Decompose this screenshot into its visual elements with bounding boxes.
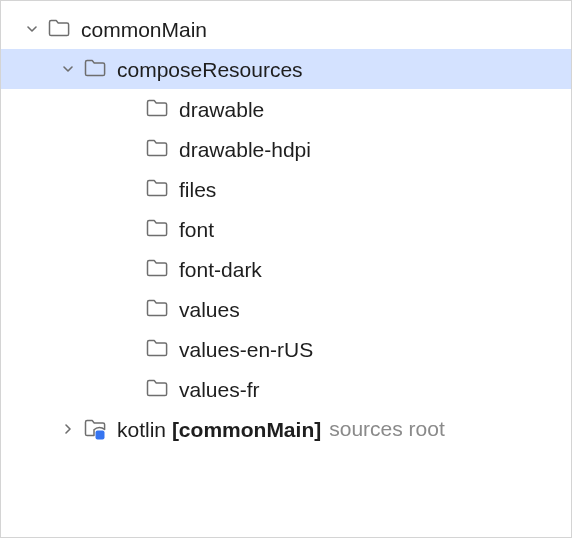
tree-node-files[interactable]: files xyxy=(1,169,571,209)
tree-node-values-fr[interactable]: values-fr xyxy=(1,369,571,409)
tree-node-values[interactable]: values xyxy=(1,289,571,329)
tree-node-values-en-rus[interactable]: values-en-rUS xyxy=(1,329,571,369)
folder-icon xyxy=(145,177,169,201)
tree-node-label: values xyxy=(179,299,240,320)
folder-icon xyxy=(83,57,107,81)
tree-node-label: font-dark xyxy=(179,259,262,280)
source-folder-icon xyxy=(83,417,107,441)
tree-node-label: commonMain xyxy=(81,19,207,40)
folder-icon xyxy=(145,257,169,281)
folder-icon xyxy=(145,297,169,321)
folder-icon xyxy=(47,17,71,41)
tree-node-label: drawable xyxy=(179,99,264,120)
chevron-down-icon[interactable] xyxy=(21,18,43,40)
tree-node-label: composeResources xyxy=(117,59,303,80)
tree-node-drawable[interactable]: drawable xyxy=(1,89,571,129)
tree-node-kotlin[interactable]: kotlin [commonMain]sources root xyxy=(1,409,571,449)
folder-icon xyxy=(145,377,169,401)
folder-icon xyxy=(145,137,169,161)
tree-node-font[interactable]: font xyxy=(1,209,571,249)
chevron-right-icon[interactable] xyxy=(57,418,79,440)
project-tree: commonMaincomposeResourcesdrawabledrawab… xyxy=(1,1,571,461)
tree-node-label: values-fr xyxy=(179,379,260,400)
folder-icon xyxy=(145,337,169,361)
tree-node-drawable-hdpi[interactable]: drawable-hdpi xyxy=(1,129,571,169)
tree-node-label: kotlin [commonMain] xyxy=(117,419,321,440)
tree-node-label: values-en-rUS xyxy=(179,339,313,360)
tree-node-label: drawable-hdpi xyxy=(179,139,311,160)
folder-icon xyxy=(145,97,169,121)
tree-node-commonmain[interactable]: commonMain xyxy=(1,9,571,49)
tree-node-label: files xyxy=(179,179,216,200)
tree-node-font-dark[interactable]: font-dark xyxy=(1,249,571,289)
tree-node-suffix: sources root xyxy=(329,417,445,441)
svg-rect-0 xyxy=(96,431,105,440)
chevron-down-icon[interactable] xyxy=(57,58,79,80)
folder-icon xyxy=(145,217,169,241)
tree-node-composeresources[interactable]: composeResources xyxy=(1,49,571,89)
tree-node-label: font xyxy=(179,219,214,240)
